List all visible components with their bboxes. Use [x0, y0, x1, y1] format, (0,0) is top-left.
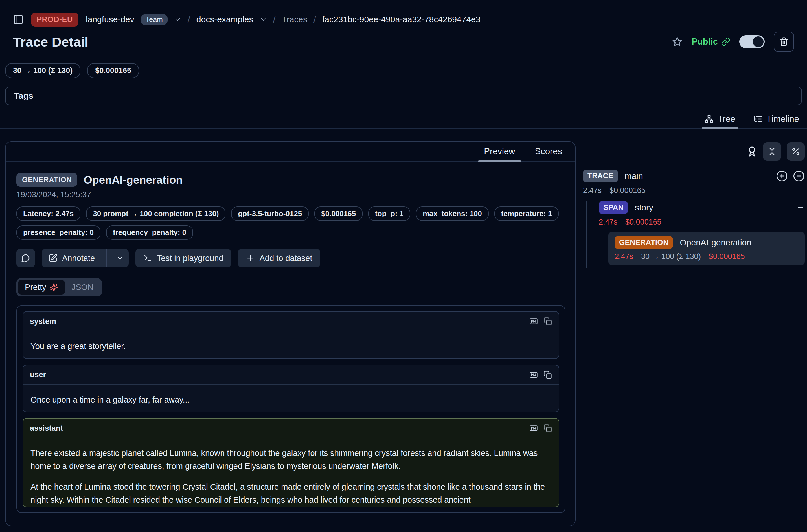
tab-scores[interactable]: Scores: [533, 141, 564, 162]
toggle-knob: [753, 36, 764, 47]
trace-type-badge: TRACE: [583, 170, 618, 182]
span-children: GENERATION OpenAI-generation 2.47s 30 → …: [602, 232, 805, 267]
sidebar-toggle-button[interactable]: [13, 14, 24, 25]
latency-badge: Latency: 2.47s: [16, 207, 80, 221]
bookmark-star-button[interactable]: [672, 36, 682, 47]
tab-tree-label: Tree: [717, 114, 735, 124]
observation-actions: Annotate Test in playgroun: [16, 249, 565, 267]
generation-type-badge: GENERATION: [615, 236, 673, 249]
add-to-dataset-label: Add to dataset: [259, 253, 312, 263]
chevron-down-icon[interactable]: [260, 16, 267, 23]
chevron-down-icon[interactable]: [174, 16, 182, 23]
collapse-all-button[interactable]: [763, 142, 781, 160]
breadcrumb: PROD-EU langfuse-dev Team / docs-example…: [0, 0, 807, 28]
span-type-badge: SPAN: [599, 201, 628, 214]
trace-cost-badge: $0.000165: [87, 63, 139, 78]
temperature-badge: temperature: 1: [494, 207, 559, 221]
award-icon: [747, 146, 757, 157]
tab-timeline-label: Timeline: [766, 114, 799, 124]
scores-toggle-button[interactable]: [747, 146, 757, 157]
trace-metrics: 2.47s $0.000165: [583, 186, 805, 195]
generation-cost: $0.000165: [709, 252, 745, 261]
model-badge[interactable]: gpt-3.5-turbo-0125: [231, 207, 309, 221]
observation-type-badge: GENERATION: [16, 173, 77, 187]
breadcrumb-separator: /: [273, 14, 276, 25]
page-title: Trace Detail: [13, 34, 88, 50]
breadcrumb-trace-id: fac231bc-90ee-490a-aa32-78c4269474e3: [322, 15, 480, 24]
format-json-segment[interactable]: JSON: [65, 280, 100, 295]
annotate-label: Annotate: [62, 253, 95, 263]
trace-name: main: [625, 171, 643, 181]
comment-button[interactable]: [16, 249, 35, 267]
annotate-button[interactable]: Annotate: [42, 249, 129, 267]
copy-icon[interactable]: [543, 424, 552, 433]
tree-node-span[interactable]: SPAN story: [599, 201, 805, 214]
message-assistant: assistant There existed: [23, 418, 559, 507]
percent-icon: [791, 147, 800, 156]
annotate-dropdown[interactable]: [111, 249, 129, 267]
panel-tabs: Preview Scores: [6, 142, 575, 162]
trace-badges-row: 30 → 100 (Σ 130) $0.000165: [5, 63, 802, 78]
tab-timeline[interactable]: Timeline: [752, 114, 800, 128]
playground-label: Test in playground: [157, 253, 223, 263]
environment-badge: PROD-EU: [31, 13, 78, 26]
zoom-in-circle-icon[interactable]: [776, 170, 788, 182]
public-link-group[interactable]: Public: [692, 37, 730, 47]
tree-node-trace[interactable]: TRACE main: [583, 170, 805, 182]
observation-preview-panel: Preview Scores GENERATION OpenAI-generat…: [5, 141, 576, 526]
format-pretty-segment[interactable]: Pretty: [18, 280, 65, 295]
chevron-down-icon: [116, 254, 124, 262]
timeline-icon: [753, 115, 763, 124]
message-text: At the heart of Lumina stood the towerin…: [31, 481, 551, 507]
metrics-display-button[interactable]: [787, 142, 805, 160]
zoom-out-circle-icon[interactable]: [793, 170, 805, 182]
collapse-node-icon[interactable]: [796, 203, 805, 212]
add-to-dataset-button[interactable]: Add to dataset: [238, 249, 320, 267]
json-label: JSON: [72, 283, 93, 292]
public-toggle[interactable]: [739, 35, 765, 48]
max-tokens-badge: max_tokens: 100: [416, 207, 489, 221]
trace-tree-sidebar: TRACE main 2.47s $0.000165: [581, 141, 807, 268]
generation-name: OpenAI-generation: [680, 238, 751, 247]
tab-tree[interactable]: Tree: [703, 114, 736, 128]
copy-icon[interactable]: [543, 370, 552, 379]
comment-icon: [21, 253, 30, 263]
generation-tokens: 30 → 100 (Σ 130): [641, 252, 701, 261]
messages-container: system You are a great storyteller.: [16, 305, 565, 513]
delete-trace-button[interactable]: [774, 32, 794, 52]
breadcrumb-org[interactable]: langfuse-dev: [86, 15, 134, 24]
span-name: story: [635, 203, 653, 212]
pretty-label: Pretty: [25, 283, 46, 292]
message-text: You are a great storyteller.: [31, 340, 551, 353]
tree-node-generation-selected[interactable]: GENERATION OpenAI-generation 2.47s 30 → …: [608, 232, 805, 265]
message-role: user: [30, 370, 46, 379]
markdown-toggle-icon[interactable]: [529, 370, 538, 379]
message-text: Once upon a time in a galaxy far, far aw…: [31, 394, 551, 406]
test-in-playground-button[interactable]: Test in playground: [135, 249, 231, 267]
tab-preview[interactable]: Preview: [482, 141, 517, 162]
message-user: user Once upon a time in a galaxy far,: [23, 365, 559, 412]
trace-latency: 2.47s: [583, 186, 602, 195]
star-icon: [672, 36, 682, 47]
message-role: assistant: [30, 424, 63, 433]
breadcrumb-traces-link[interactable]: Traces: [282, 15, 307, 24]
generation-latency: 2.47s: [615, 252, 633, 261]
button-divider: [106, 249, 107, 267]
breadcrumb-separator: /: [188, 14, 190, 25]
breadcrumb-project[interactable]: docs-examples: [196, 15, 254, 24]
edit-pen-icon: [49, 253, 58, 263]
format-toggle: Pretty JSON: [16, 278, 102, 297]
message-system: system You are a great storyteller.: [23, 311, 559, 359]
observation-title: OpenAI-generation: [83, 174, 183, 186]
tree-icon: [705, 115, 714, 124]
markdown-toggle-icon[interactable]: [529, 317, 538, 325]
markdown-toggle-icon[interactable]: [529, 424, 538, 433]
copy-icon[interactable]: [543, 317, 552, 325]
observation-badges-row-2: presence_penalty: 0 frequency_penalty: 0: [16, 225, 565, 240]
generation-metrics: 2.47s 30 → 100 (Σ 130) $0.000165: [615, 252, 799, 261]
breadcrumb-separator: /: [314, 14, 316, 25]
tags-container[interactable]: Tags: [5, 87, 802, 105]
sparkles-icon: [50, 283, 58, 292]
trace-cost: $0.000165: [609, 186, 645, 195]
message-role: system: [30, 317, 56, 326]
